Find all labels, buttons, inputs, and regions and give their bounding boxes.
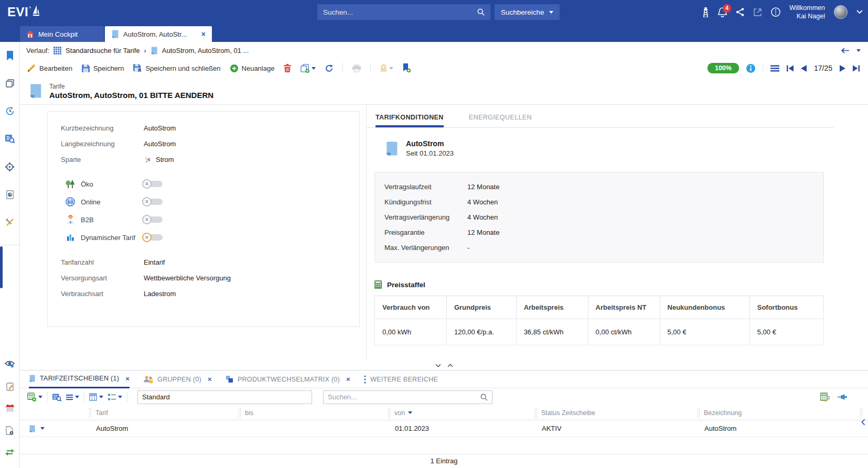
global-search-input[interactable] — [323, 8, 477, 16]
info-icon[interactable] — [746, 64, 755, 73]
field-langbezeichnung: Langbezeichnung AutoStrom — [61, 136, 359, 151]
process-settings-icon[interactable] — [4, 160, 16, 173]
row-actions-dropdown-icon[interactable] — [40, 427, 45, 430]
panel-splitter[interactable] — [20, 361, 868, 370]
windows-icon[interactable] — [4, 77, 16, 90]
grid-search-input[interactable] — [328, 393, 480, 401]
oeko-toggle[interactable]: × — [142, 179, 163, 189]
tools-icon[interactable] — [4, 216, 16, 228]
delete-trash-icon[interactable] — [284, 64, 291, 72]
report-icon[interactable] — [4, 188, 16, 201]
column-resize-grip[interactable] — [860, 408, 862, 418]
record-count-footer: 1 Eintrag — [20, 454, 868, 468]
search-scope-dropdown[interactable]: Suchbereiche — [495, 4, 560, 20]
save-close-button[interactable]: Speichern und schließen — [133, 64, 220, 72]
first-record-icon[interactable] — [787, 65, 794, 72]
column-resize-grip[interactable] — [388, 408, 390, 418]
column-resize-grip[interactable] — [239, 408, 241, 418]
price-table-row[interactable]: 0,00 kWh 120,00 €/p.a. 36,85 ct/kWh 0,00… — [375, 319, 824, 345]
next-record-icon[interactable] — [840, 65, 845, 72]
pin-icon[interactable] — [838, 394, 847, 400]
user-menu-chevron-icon[interactable] — [856, 10, 863, 14]
edit-button[interactable]: Bearbeiten — [27, 64, 72, 72]
tab-produktwechselmatrix[interactable]: PRODUKTWECHSELMATRIX (0) × — [226, 371, 350, 388]
close-icon[interactable]: × — [125, 375, 130, 383]
tab-gruppen[interactable]: GRUPPEN (0) × — [143, 371, 212, 388]
tab-weitere-bereiche[interactable]: WEITERE BEREICHE — [364, 371, 438, 388]
expand-up-icon[interactable] — [447, 364, 453, 367]
column-header-bis[interactable]: bis — [239, 406, 388, 420]
breadcrumb-item-search[interactable]: Standardsuche für Tarife — [66, 47, 140, 55]
chevron-down-icon[interactable] — [38, 396, 42, 398]
copy-record-button[interactable] — [301, 64, 316, 73]
column-header-von[interactable]: von — [388, 406, 535, 420]
external-link-icon[interactable] — [753, 8, 762, 17]
close-icon[interactable]: × — [201, 30, 206, 38]
save-button[interactable]: Speichern — [82, 64, 124, 72]
history-icon[interactable] — [4, 105, 16, 117]
close-icon[interactable]: × — [208, 375, 212, 383]
document-icon — [385, 140, 399, 157]
watchlist-eye-icon[interactable] — [4, 358, 16, 371]
breadcrumb-item-tariff[interactable]: AutoStrom, AutoStrom, 01 ... — [162, 47, 249, 55]
sidebar-scrollbar-thumb[interactable] — [0, 246, 3, 288]
bar-chart-icon — [65, 233, 76, 242]
column-header: Grundpreis — [446, 296, 516, 319]
tab-label: AutoStrom, AutoStr... — [123, 30, 187, 38]
chevron-down-icon[interactable] — [99, 396, 103, 398]
column-resize-grip[interactable] — [89, 408, 91, 418]
dynamic-tariff-toggle[interactable]: × — [142, 233, 163, 242]
last-record-icon[interactable] — [853, 65, 860, 72]
grid-columns-button[interactable] — [89, 393, 103, 401]
advanced-search-icon[interactable] — [4, 133, 16, 145]
tab-tarifzeitscheiben[interactable]: TARIFZEITSCHEIBEN (1) × — [29, 371, 130, 388]
grid-add-button[interactable] — [27, 393, 42, 401]
b2b-toggle[interactable]: × — [142, 215, 163, 224]
bookmark-add-icon[interactable] — [403, 63, 411, 73]
notes-clipboard-icon[interactable] — [4, 380, 16, 393]
notifications-bell-icon[interactable]: 4 — [718, 7, 727, 17]
table-row[interactable]: AutoStrom 01.01.2023 AKTIV AutoStrom — [20, 420, 868, 437]
online-toggle[interactable]: × — [142, 197, 163, 206]
more-options-circle-icon[interactable] — [771, 7, 780, 17]
history-dropdown-icon[interactable] — [856, 49, 861, 52]
tab-energiequellen[interactable]: ENERGIEQUELLEN — [469, 114, 532, 127]
chevron-down-icon[interactable] — [312, 67, 316, 70]
calendar-icon[interactable] — [4, 402, 16, 415]
search-icon[interactable] — [477, 8, 485, 16]
rows-list-icon — [66, 394, 73, 400]
new-record-button[interactable]: Neuanlage — [230, 64, 275, 72]
share-icon[interactable] — [736, 8, 744, 16]
view-name-input[interactable] — [137, 390, 312, 404]
collapse-down-icon[interactable] — [435, 364, 441, 367]
chevron-down-icon[interactable] — [75, 396, 79, 398]
cell-bezeichnung: AutoStrom — [698, 425, 860, 432]
chevron-down-icon[interactable] — [118, 396, 122, 398]
column-resize-grip[interactable] — [535, 408, 537, 418]
grid-view-button[interactable] — [108, 394, 122, 401]
tab-autostrom[interactable]: AutoStrom, AutoStr... × — [105, 26, 212, 42]
refresh-icon[interactable] — [325, 64, 333, 72]
column-resize-grip[interactable] — [698, 408, 700, 418]
column-header-bezeichnung[interactable]: Bezeichnung — [698, 406, 860, 420]
sync-arrows-icon[interactable] — [4, 446, 16, 459]
tab-tarifkonditionen[interactable]: TARIFKONDITIONEN — [376, 114, 444, 127]
document-settings-icon[interactable] — [4, 424, 16, 437]
history-back-icon[interactable] — [841, 48, 849, 53]
tab-mein-cockpit[interactable]: Mein Cockpit — [20, 26, 104, 42]
bookmarks-icon[interactable] — [4, 49, 16, 62]
previous-record-icon[interactable] — [801, 65, 807, 72]
menu-hamburger-icon[interactable] — [770, 65, 779, 72]
column-header-status[interactable]: Status Zeitscheibe — [535, 406, 698, 420]
user-avatar[interactable] — [834, 5, 848, 19]
grid-settings-icon[interactable] — [820, 393, 830, 402]
search-icon[interactable] — [480, 394, 488, 401]
toggle-row-b2b: B2B × — [61, 211, 359, 228]
lighthouse-icon[interactable] — [702, 7, 709, 17]
grid-search-icon[interactable] — [52, 393, 61, 401]
grid-rows-button[interactable] — [66, 394, 79, 400]
close-icon[interactable]: × — [346, 375, 350, 383]
toggle-row-oeko: Öko × — [61, 175, 359, 193]
column-header-tarif[interactable]: Tarif — [89, 406, 239, 420]
collapse-panel-left-icon[interactable] — [861, 419, 865, 426]
